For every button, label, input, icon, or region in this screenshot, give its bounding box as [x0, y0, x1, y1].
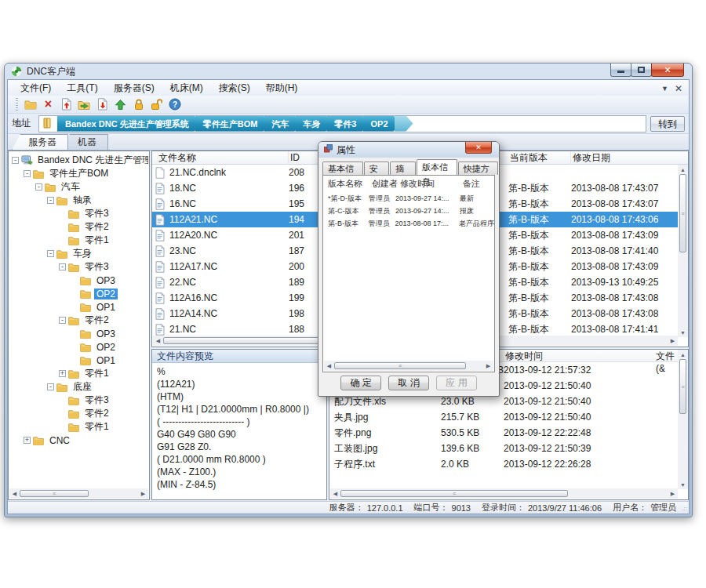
- tree-item[interactable]: 零件1: [9, 420, 148, 434]
- collapse-icon[interactable]: -: [59, 317, 66, 324]
- minimize-button[interactable]: [610, 64, 631, 77]
- expand-icon[interactable]: +: [59, 370, 66, 377]
- close-button[interactable]: ✕: [651, 64, 684, 77]
- tree-horizontal-scrollbar[interactable]: ◀ ≡ ▶: [9, 488, 148, 499]
- scroll-thumb[interactable]: ≡: [340, 490, 568, 497]
- tree-item[interactable]: -零件2: [9, 314, 148, 327]
- version-row[interactable]: 第-B-版本管理员2013-08-08 17:...老产品程序: [323, 217, 494, 230]
- delete-icon[interactable]: ×: [42, 98, 55, 111]
- checkout-file-icon[interactable]: [96, 98, 109, 111]
- scroll-left-icon[interactable]: ◀: [330, 488, 340, 499]
- column-header-modified[interactable]: 修改时间: [504, 350, 654, 362]
- menu-item-0[interactable]: 文件(F): [13, 80, 59, 96]
- breadcrumb-segment[interactable]: 零件生产BOM: [195, 116, 271, 132]
- help-icon[interactable]: ?: [168, 98, 181, 111]
- scroll-left-icon[interactable]: ◀: [324, 361, 334, 371]
- tree-item[interactable]: OP2: [9, 340, 148, 354]
- tree-item[interactable]: +CNC: [9, 434, 148, 447]
- column-header-note[interactable]: 备注: [463, 178, 480, 191]
- dialog-close-button[interactable]: ✕: [465, 142, 492, 154]
- attachment-row[interactable]: 工装图.jpg139.6 KB2013-09-12 21:50:39: [329, 441, 678, 456]
- dialog-tab-快捷方式[interactable]: 快捷方式: [458, 162, 499, 175]
- titlebar[interactable]: DNC客户端 ✕: [5, 64, 692, 79]
- collapse-icon[interactable]: -: [47, 197, 54, 204]
- menu-item-5[interactable]: 帮助(H): [258, 80, 306, 96]
- dock-menu-icon[interactable]: ▼: [661, 85, 668, 93]
- dialog-tab-版本信息[interactable]: 版本信息: [417, 159, 457, 175]
- tree-item[interactable]: -零件生产BOM: [9, 167, 148, 180]
- breadcrumb-segment[interactable]: Bandex DNC 先进生产管理系统: [57, 116, 202, 132]
- scroll-up-icon[interactable]: ▲: [678, 350, 688, 359]
- collapse-icon[interactable]: -: [24, 170, 31, 177]
- attachment-row[interactable]: 零件.png530.5 KB2013-09-12 22:22:48: [329, 425, 678, 441]
- scroll-left-icon[interactable]: ◀: [9, 488, 20, 499]
- scroll-right-icon[interactable]: ▶: [138, 488, 148, 499]
- file-list-vertical-scrollbar[interactable]: ▲ ≡ ▼: [678, 165, 688, 337]
- dialog-tab-摘要[interactable]: 摘要: [390, 162, 416, 175]
- scroll-left-icon[interactable]: ◀: [153, 336, 163, 346]
- tree-item[interactable]: 零件2: [9, 407, 148, 420]
- tree-item[interactable]: 零件2: [9, 220, 148, 234]
- column-header-version-name[interactable]: 版本名称: [328, 178, 362, 191]
- scroll-right-icon[interactable]: ▶: [483, 361, 493, 371]
- menu-item-1[interactable]: 工具(T): [59, 80, 105, 96]
- tree-item[interactable]: +零件1: [9, 367, 148, 380]
- send-folder-icon[interactable]: [78, 98, 91, 111]
- collapse-icon[interactable]: -: [59, 263, 66, 270]
- expand-icon[interactable]: +: [24, 437, 31, 444]
- go-button[interactable]: 转到: [650, 116, 685, 132]
- breadcrumb-segment[interactable]: 零件3: [326, 116, 369, 132]
- new-folder-icon[interactable]: [24, 98, 37, 111]
- tree-item[interactable]: -零件3: [9, 260, 148, 274]
- dialog-titlebar[interactable]: 属性 ✕: [318, 142, 499, 158]
- column-header-name[interactable]: 文件名称: [152, 151, 289, 165]
- scroll-right-icon[interactable]: ▶: [668, 336, 678, 346]
- tree-item[interactable]: -车身: [9, 247, 148, 260]
- dock-close-icon[interactable]: ✕: [675, 83, 682, 94]
- scroll-thumb[interactable]: ≡: [334, 362, 466, 369]
- version-row[interactable]: 第-C-版本管理员2013-09-27 14:...报废: [323, 205, 494, 217]
- ok-button[interactable]: 确 定: [340, 376, 381, 390]
- collapse-icon[interactable]: -: [12, 157, 19, 164]
- tree-item[interactable]: OP2: [9, 287, 148, 300]
- cancel-button[interactable]: 取 消: [388, 376, 429, 390]
- menu-item-3[interactable]: 机床(M): [162, 80, 211, 96]
- dock-tab-服务器[interactable]: 服务器: [12, 134, 68, 150]
- column-header-creator[interactable]: 创建者: [372, 178, 398, 191]
- tree-item[interactable]: OP1: [9, 300, 148, 314]
- maximize-button[interactable]: [631, 64, 652, 77]
- tree-item[interactable]: 零件3: [9, 207, 148, 220]
- dialog-tab-安全[interactable]: 安全: [364, 162, 390, 175]
- column-header-date[interactable]: 修改日期: [571, 151, 683, 165]
- tree-item[interactable]: -轴承: [9, 194, 148, 207]
- column-header-file[interactable]: 文件(&: [654, 350, 678, 362]
- lock-icon[interactable]: [132, 98, 145, 111]
- dialog-tab-基本信息[interactable]: 基本信息: [322, 162, 363, 175]
- checkin-file-icon[interactable]: [60, 98, 73, 111]
- scroll-thumb[interactable]: ≡: [679, 359, 686, 414]
- scroll-down-icon[interactable]: ▼: [678, 328, 688, 337]
- tree-item[interactable]: OP3: [9, 274, 148, 287]
- resize-grip[interactable]: .::: [682, 505, 687, 512]
- menu-item-4[interactable]: 搜索(S): [211, 80, 258, 96]
- dock-tab-机器[interactable]: 机器: [61, 134, 108, 150]
- address-field[interactable]: Bandex DNC 先进生产管理系统零件生产BOM汽车车身零件3OP2: [38, 115, 646, 132]
- scroll-up-icon[interactable]: ▲: [678, 165, 688, 174]
- tree-item[interactable]: OP3: [9, 327, 148, 340]
- version-row[interactable]: *第-D-版本管理员2013-09-27 14:...最新: [323, 192, 494, 205]
- tree-item[interactable]: 零件1: [9, 234, 148, 247]
- scroll-down-icon[interactable]: ▼: [678, 480, 688, 489]
- scroll-right-icon[interactable]: ▶: [668, 488, 678, 499]
- collapse-icon[interactable]: -: [47, 383, 54, 390]
- column-header-version[interactable]: 当前版本: [508, 151, 571, 165]
- attachments-vertical-scrollbar[interactable]: ▲ ≡ ▼: [678, 350, 688, 489]
- attachment-row[interactable]: 子程序.txt2.0 KB2013-09-12 22:26:28: [329, 456, 678, 472]
- attachment-row[interactable]: 夹具.jpg215.7 KB2013-09-12 21:50:40: [329, 409, 678, 425]
- menu-item-2[interactable]: 服务器(S): [106, 80, 162, 96]
- tree-item[interactable]: -底座: [9, 380, 148, 394]
- tree-item[interactable]: 零件3: [9, 394, 148, 407]
- scroll-thumb[interactable]: ≡: [679, 174, 686, 252]
- dialog-horizontal-scrollbar[interactable]: ◀ ≡ ▶: [324, 361, 493, 371]
- tree-item[interactable]: -汽车: [9, 180, 148, 194]
- tree-item[interactable]: -Bandex DNC 先进生产管理系统: [9, 154, 148, 167]
